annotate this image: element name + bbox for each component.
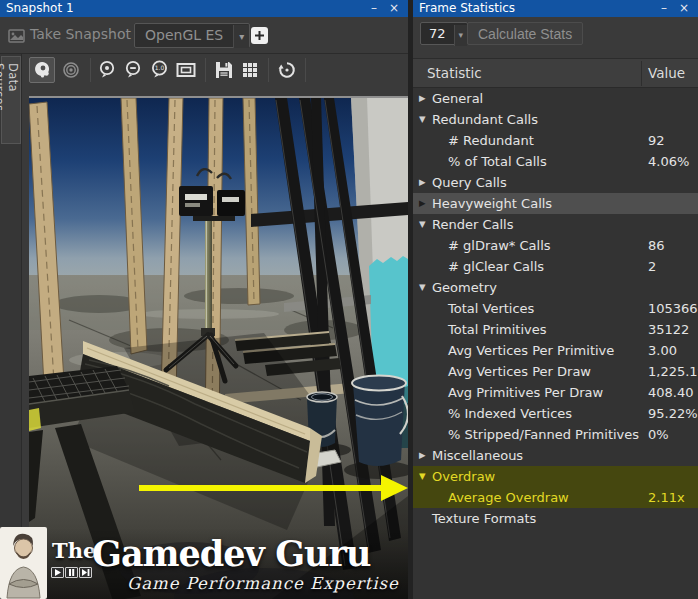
tree-expanded-icon[interactable]: ▼ (419, 214, 431, 235)
stat-row[interactable]: Texture Formats (413, 508, 698, 529)
stat-row[interactable]: ▼Overdraw (413, 466, 698, 487)
stat-row[interactable]: % Stripped/Fanned Primitives0% (413, 424, 698, 445)
logo-tagline: Game Performance Expertise (127, 574, 399, 593)
stat-row[interactable]: ▼Geometry (413, 277, 698, 298)
stat-value: 105366 (648, 298, 698, 319)
chevron-down-icon[interactable]: ▾ (233, 25, 249, 48)
column-statistic[interactable]: Statistic (427, 59, 482, 88)
stat-row[interactable]: % Indexed Vertices95.22% (413, 403, 698, 424)
stat-value: 1,225.19 (648, 361, 698, 382)
zoom-reset-button[interactable]: 1.0 (147, 57, 173, 83)
chevron-down-icon[interactable]: ▾ (454, 25, 468, 46)
frame-number-dropdown[interactable]: 72▾ (420, 22, 468, 45)
stat-row[interactable]: Avg Primitives Per Draw408.40 (413, 382, 698, 403)
stat-label: Overdraw (432, 466, 495, 487)
bullseye-button[interactable] (58, 57, 84, 83)
tree-expanded-icon[interactable]: ▼ (419, 277, 431, 298)
stats-rows: ▶General▼Redundant Calls# Redundant92% o… (413, 88, 698, 599)
render-viewport[interactable] (22, 88, 408, 599)
stat-label: Texture Formats (432, 508, 536, 529)
stat-label: Average Overdraw (448, 487, 569, 508)
take-snapshot-button[interactable]: Take Snapshot (30, 26, 131, 42)
stat-value: 95.22% (648, 403, 698, 424)
save-icon (213, 59, 235, 81)
zoom-in-icon (97, 59, 119, 81)
tree-collapsed-icon[interactable]: ▶ (419, 172, 431, 193)
tree-expanded-icon[interactable]: ▼ (419, 109, 431, 130)
stat-label: Avg Vertices Per Primitive (448, 340, 614, 361)
next-icon[interactable] (79, 567, 92, 578)
frame-statistics-window: Frame Statistics – × 72▾ Calculate Stats… (413, 0, 698, 599)
stat-row[interactable]: ▼Render Calls (413, 214, 698, 235)
bucket (352, 376, 408, 467)
tree-collapsed-icon[interactable]: ▶ (419, 445, 431, 466)
stat-value: 2 (648, 256, 656, 277)
stat-label: Redundant Calls (432, 109, 538, 130)
frame-number-value: 72 (421, 26, 454, 41)
stat-label: Query Calls (432, 172, 507, 193)
frame-statistics-titlebar[interactable]: Frame Statistics – × (413, 0, 698, 17)
tree-expanded-icon[interactable]: ▼ (419, 466, 431, 487)
tree-collapsed-icon[interactable]: ▶ (419, 88, 431, 109)
zoom-in-button[interactable] (95, 57, 121, 83)
stat-label: % of Total Calls (448, 151, 547, 172)
stat-row[interactable]: Average Overdraw2.11x (413, 487, 698, 508)
stat-label: Miscellaneous (432, 445, 523, 466)
stat-row[interactable]: Total Primitives35122 (413, 319, 698, 340)
logo-brand: Gamedev Guru (92, 533, 370, 574)
stat-value: 408.40 (648, 382, 694, 403)
minimize-button[interactable]: – (367, 0, 381, 16)
column-divider (641, 61, 642, 86)
tree-collapsed-icon[interactable]: ▶ (419, 193, 431, 214)
grid-icon (239, 59, 261, 81)
paint-mode-icon (31, 59, 53, 81)
stat-row[interactable]: ▶Heavyweight Calls (413, 193, 698, 214)
bullseye-icon (60, 59, 82, 81)
frame-statistics-title: Frame Statistics (419, 1, 515, 15)
api-selector-dropdown[interactable]: OpenGL ES▾ (134, 23, 250, 48)
column-value[interactable]: Value (648, 59, 685, 88)
stat-row[interactable]: % of Total Calls4.06% (413, 151, 698, 172)
zoom-out-icon (123, 59, 145, 81)
zoom-reset-icon: 1.0 (149, 59, 171, 81)
stat-label: Avg Primitives Per Draw (448, 382, 603, 403)
calculate-stats-button[interactable]: Calculate Stats (467, 22, 583, 45)
close-button[interactable]: × (675, 0, 693, 16)
zoom-out-button[interactable] (121, 57, 147, 83)
stat-row[interactable]: ▶General (413, 88, 698, 109)
play-icon[interactable] (51, 567, 64, 578)
grid-button[interactable] (237, 57, 263, 83)
refresh-icon (276, 59, 298, 81)
add-snapshot-button[interactable] (251, 27, 268, 44)
pause-icon[interactable] (65, 567, 78, 578)
stat-row[interactable]: # glDraw* Calls86 (413, 235, 698, 256)
stat-value: 3.00 (648, 340, 677, 361)
close-button[interactable]: × (385, 0, 403, 16)
stat-row[interactable]: ▶Miscellaneous (413, 445, 698, 466)
stat-row[interactable]: Total Vertices105366 (413, 298, 698, 319)
stat-row[interactable]: # glClear Calls2 (413, 256, 698, 277)
stat-label: General (432, 88, 483, 109)
stat-label: Heavyweight Calls (432, 193, 552, 214)
left-tab-strip: Data Sources (0, 54, 22, 599)
stat-row[interactable]: Avg Vertices Per Primitive3.00 (413, 340, 698, 361)
stat-row[interactable]: Avg Vertices Per Draw1,225.19 (413, 361, 698, 382)
fit-rectangle-button[interactable] (173, 57, 199, 83)
stat-value: 92 (648, 130, 665, 151)
snapshot-titlebar[interactable]: Snapshot 1 – × (0, 0, 408, 17)
stat-row[interactable]: ▶Query Calls (413, 172, 698, 193)
tab-data-sources[interactable]: Data Sources (1, 56, 21, 144)
paint-mode-button[interactable] (29, 57, 55, 83)
guru-mascot-illustration (0, 527, 47, 599)
refresh-button[interactable] (274, 57, 300, 83)
stat-value: 86 (648, 235, 665, 256)
stat-label: Total Primitives (448, 319, 547, 340)
stat-value: 0% (648, 424, 669, 445)
toolbar-separator (90, 58, 91, 82)
stat-row[interactable]: ▼Redundant Calls (413, 109, 698, 130)
minimize-button[interactable]: – (657, 0, 671, 16)
save-button[interactable] (211, 57, 237, 83)
toolbar-separator (205, 58, 206, 82)
stat-row[interactable]: # Redundant92 (413, 130, 698, 151)
fit-rectangle-icon (175, 59, 197, 81)
